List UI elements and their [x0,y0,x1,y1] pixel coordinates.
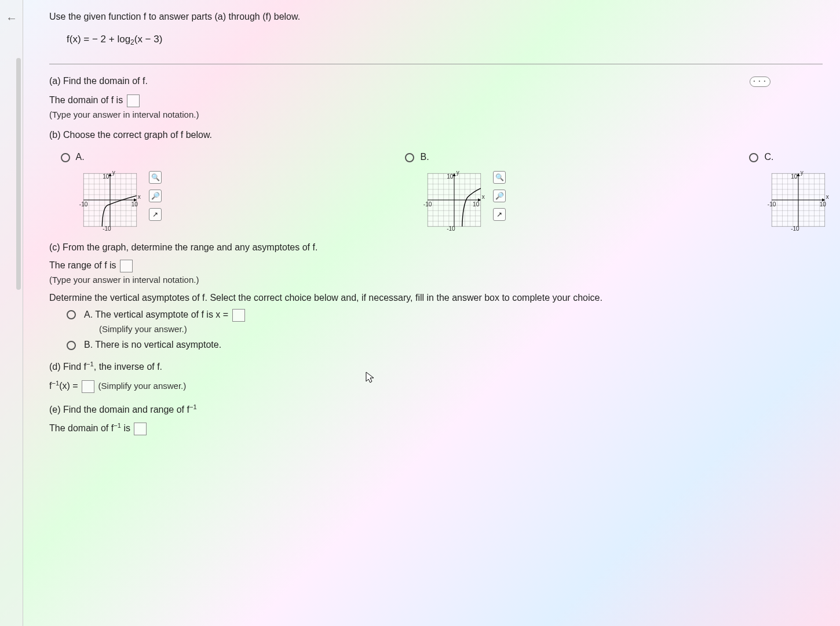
collapse-arrow-icon[interactable]: ← [6,12,17,25]
inv-domain-post: is [121,423,133,433]
zoom-out-icon[interactable]: 🔎 [149,190,162,202]
svg-text:10: 10 [791,174,798,180]
asym-a-text: A. The vertical asymptote of f is x = [84,310,231,320]
zoom-in-icon[interactable]: 🔍 [149,171,162,184]
domain-prompt: The domain of f is [49,96,126,105]
part-b-label: (b) Choose the correct graph of f below. [49,130,823,140]
graph-c: y x 10 10 -10 -10 [766,168,830,232]
formula-suffix: (x − 3) [134,34,163,45]
svg-text:x: x [826,194,829,201]
more-button[interactable]: • • • [750,77,770,87]
part-e-sup: −1 [189,403,197,410]
part-d-post: , the inverse of f. [94,362,162,372]
svg-text:10: 10 [473,201,480,208]
part-b: (b) Choose the correct graph of f below.… [49,130,823,232]
svg-text:10: 10 [132,201,138,208]
svg-text:-10: -10 [791,226,799,232]
left-sidebar: ← [0,0,23,626]
inv-domain-pre: The domain of f [49,423,114,433]
svg-text:x: x [138,194,141,201]
intro-text: Use the given function f to answer parts… [49,12,823,22]
expand-icon[interactable]: ↗ [493,208,506,221]
part-c-label: (c) From the graph, determine the range … [49,242,823,253]
expand-icon[interactable]: ↗ [149,208,162,221]
graph-choices: A. [61,152,823,232]
svg-text:10: 10 [103,174,109,180]
asym-a-hint: (Simplify your answer.) [99,324,246,334]
part-c: (c) From the graph, determine the range … [49,242,823,350]
choice-a-label: A. [76,152,85,162]
choice-c-label: C. [764,152,773,162]
radio-asym-b[interactable] [67,341,76,350]
zoom-in-icon[interactable]: 🔍 [493,171,506,184]
choice-b-label: B. [420,152,429,162]
part-d: (d) Find f−1, the inverse of f. f−1(x) =… [49,361,823,392]
asymptote-prompt: Determine the vertical asymptotes of f. … [49,293,823,303]
inv-domain-sup: −1 [114,422,121,429]
zoom-out-icon[interactable]: 🔎 [493,190,506,202]
inverse-input[interactable] [82,380,94,393]
question-content: Use the given function f to answer parts… [32,0,840,457]
svg-text:10: 10 [447,174,454,180]
inv-domain-input[interactable] [134,423,147,435]
scrollbar[interactable] [16,58,21,290]
radio-b[interactable] [405,153,414,162]
part-d-pre: (d) Find f [49,362,86,372]
part-e: (e) Find the domain and range of f−1 The… [49,403,823,435]
range-input[interactable] [120,260,133,272]
svg-text:-10: -10 [103,226,111,232]
range-hint: (Type your answer in interval notation.) [49,275,823,285]
svg-text:-10: -10 [79,201,88,208]
inverse-hint: (Simplify your answer.) [98,381,187,391]
asym-b-text: B. There is no vertical asymptote. [84,340,221,350]
domain-hint: (Type your answer in interval notation.) [49,110,823,119]
choice-a: A. [61,152,162,232]
inverse-eq-mid: (x) = [59,381,81,391]
choice-b: B. [405,152,506,232]
cursor-icon [365,371,377,385]
svg-text:-10: -10 [768,201,776,208]
svg-text:-10: -10 [447,226,455,232]
function-formula: f(x) = − 2 + log2(x − 3) [67,34,823,46]
formula-prefix: f(x) = − 2 + log [67,34,130,45]
inverse-eq-sup: −1 [52,380,59,387]
asym-value-input[interactable] [232,309,245,322]
asym-choice-a: A. The vertical asymptote of f is x = (S… [67,309,823,334]
choice-c: C. y [749,152,830,232]
part-a-label: (a) Find the domain of f. [49,76,823,86]
radio-c[interactable] [749,153,758,162]
part-e-pre: (e) Find the domain and range of f [49,405,189,414]
domain-input[interactable] [127,94,140,107]
svg-text:-10: -10 [423,201,432,208]
svg-text:x: x [482,194,485,201]
asym-choice-b: B. There is no vertical asymptote. [67,340,823,350]
svg-text:10: 10 [820,201,827,208]
part-a: (a) Find the domain of f. The domain of … [49,76,823,119]
part-d-sup: −1 [86,361,94,367]
range-prompt: The range of f is [49,261,119,271]
graph-b: y x 10 10 -10 -10 [422,168,486,232]
radio-asym-a[interactable] [67,310,76,319]
divider [49,64,823,64]
radio-a[interactable] [61,153,70,162]
graph-a: y x 10 10 -10 -10 [78,168,142,232]
log-base: 2 [130,38,134,46]
